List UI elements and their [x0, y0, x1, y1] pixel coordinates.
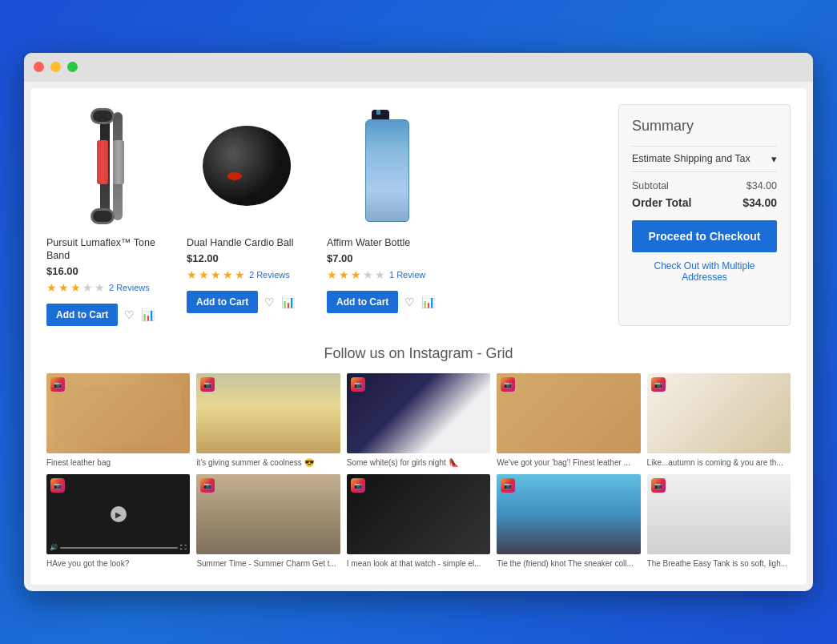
product-name-1: Pursuit Lumaflex™ Tone Band	[46, 236, 171, 263]
product-price-3: $7.00	[327, 252, 451, 264]
add-to-cart-btn-2[interactable]: Add to Cart	[187, 291, 258, 313]
product-image-1	[46, 104, 167, 228]
instagram-icon-10: 📷	[651, 478, 666, 493]
compare-icon-3[interactable]: 📊	[421, 296, 435, 308]
product-price-2: $12.00	[187, 252, 311, 264]
instagram-icon-1: 📷	[50, 377, 65, 392]
list-item[interactable]: 📷 Some white(s) for girls night 👠	[347, 373, 490, 468]
star-2: ★	[58, 281, 69, 294]
subtotal-value: $34.00	[746, 180, 777, 191]
star-5: ★	[375, 268, 385, 281]
star-5: ★	[235, 268, 245, 281]
product-stars-3: ★ ★ ★ ★ ★ 1 Review	[327, 268, 451, 281]
reviews-link-1[interactable]: 2 Reviews	[109, 283, 150, 292]
instagram-title: Follow us on Instagram - Grid	[46, 345, 791, 362]
products-section: Pursuit Lumaflex™ Tone Band $16.00 ★ ★ ★…	[46, 104, 602, 327]
estimate-shipping-row[interactable]: Estimate Shipping and Tax ▾	[632, 146, 777, 172]
progress-bar	[60, 547, 178, 549]
list-item[interactable]: 📷 Finest leather bag	[46, 373, 190, 468]
close-button[interactable]	[34, 62, 44, 72]
list-item[interactable]: 📷 it's giving summer & coolness 😎	[196, 373, 340, 468]
instagram-icon-2: 📷	[200, 377, 215, 392]
main-area: Pursuit Lumaflex™ Tone Band $16.00 ★ ★ ★…	[46, 104, 791, 327]
wishlist-icon-2[interactable]: ♡	[264, 296, 275, 308]
titlebar	[24, 53, 813, 82]
list-item[interactable]: 📷 Like...autumn is coming & you are th..…	[647, 373, 791, 468]
instagram-icon-6: 📷	[50, 478, 65, 493]
fullscreen-icon: ⛶	[180, 544, 187, 551]
ig-caption-9: Tie the (friend) knot The sneaker coll..…	[497, 558, 640, 569]
star-4: ★	[82, 281, 93, 294]
product-price-1: $16.00	[46, 265, 171, 277]
star-3: ★	[211, 268, 221, 281]
ig-image-10: 📷	[647, 474, 791, 554]
list-item[interactable]: 📷 We've got your 'bag'! Finest leather .…	[497, 373, 640, 468]
ig-caption-8: I mean look at that watch - simple el...	[347, 558, 490, 569]
ig-caption-6: HAve you got the look?	[46, 558, 190, 569]
instagram-icon-4: 📷	[501, 377, 515, 392]
wishlist-icon-1[interactable]: ♡	[124, 308, 135, 321]
list-item[interactable]: 📷 Tie the (friend) knot The sneaker coll…	[497, 474, 640, 569]
ig-image-3: 📷	[347, 373, 490, 453]
video-play-icon: ▶	[111, 506, 127, 522]
list-item[interactable]: 📷 ▶ 🔊 ⛶ HAve you got the look?	[46, 474, 190, 569]
ig-caption-10: The Breathe Easy Tank is so soft, ligh..…	[647, 558, 791, 569]
total-label: Order Total	[632, 196, 691, 209]
instagram-grid: 📷 Finest leather bag 📷 it's giving summe…	[46, 373, 791, 569]
estimate-chevron-icon: ▾	[771, 153, 777, 165]
multi-checkout-link[interactable]: Check Out with Multiple Addresses	[632, 260, 777, 283]
star-5: ★	[95, 281, 105, 294]
product-card-2: Dual Handle Cardio Ball $12.00 ★ ★ ★ ★ ★…	[187, 104, 311, 327]
star-1: ★	[327, 268, 337, 281]
ig-image-4: 📷	[497, 373, 640, 453]
ig-image-2: 📷	[196, 373, 340, 453]
summary-panel: Summary Estimate Shipping and Tax ▾ Subt…	[618, 104, 791, 327]
add-to-cart-btn-3[interactable]: Add to Cart	[327, 291, 398, 313]
product-card-1: Pursuit Lumaflex™ Tone Band $16.00 ★ ★ ★…	[46, 104, 171, 327]
product-card-3: Affirm Water Bottle $7.00 ★ ★ ★ ★ ★ 1 Re…	[327, 104, 451, 327]
product-actions-2: Add to Cart ♡ 📊	[187, 291, 311, 313]
total-value: $34.00	[742, 196, 777, 209]
instagram-section: Follow us on Instagram - Grid 📷 Finest l…	[46, 345, 791, 569]
page-content: Pursuit Lumaflex™ Tone Band $16.00 ★ ★ ★…	[30, 88, 807, 586]
instagram-icon-3: 📷	[351, 377, 365, 392]
list-item[interactable]: 📷 The Breathe Easy Tank is so soft, ligh…	[647, 474, 791, 569]
ig-caption-5: Like...autumn is coming & you are th...	[647, 457, 791, 468]
compare-icon-1[interactable]: 📊	[141, 308, 155, 321]
ig-caption-4: We've got your 'bag'! Finest leather ...	[497, 457, 640, 468]
product-actions-3: Add to Cart ♡ 📊	[327, 291, 451, 313]
wishlist-icon-3[interactable]: ♡	[404, 296, 415, 308]
product-stars-2: ★ ★ ★ ★ ★ 2 Reviews	[187, 268, 311, 281]
instagram-icon-8: 📷	[351, 478, 365, 493]
product-name-2: Dual Handle Cardio Ball	[187, 236, 311, 249]
subtotal-row: Subtotal $34.00	[632, 180, 777, 191]
product-stars-1: ★ ★ ★ ★ ★ 2 Reviews	[46, 281, 171, 294]
star-2: ★	[339, 268, 349, 281]
list-item[interactable]: 📷 I mean look at that watch - simple el.…	[347, 474, 490, 569]
star-4: ★	[363, 268, 373, 281]
product-image-2	[187, 104, 307, 228]
product-name-3: Affirm Water Bottle	[327, 236, 451, 249]
reviews-link-2[interactable]: 2 Reviews	[249, 270, 290, 280]
summary-title: Summary	[632, 118, 777, 135]
list-item[interactable]: 📷 Summer Time - Summer Charm Get t...	[196, 474, 340, 569]
compare-icon-2[interactable]: 📊	[281, 296, 295, 308]
instagram-icon-5: 📷	[651, 377, 666, 392]
minimize-button[interactable]	[50, 62, 61, 72]
star-1: ★	[46, 281, 57, 294]
star-3: ★	[70, 281, 81, 294]
instagram-icon-9: 📷	[501, 478, 515, 493]
reviews-link-3[interactable]: 1 Review	[389, 270, 425, 280]
instagram-icon-7: 📷	[200, 478, 215, 493]
maximize-button[interactable]	[67, 62, 78, 72]
checkout-button[interactable]: Proceed to Checkout	[632, 220, 777, 252]
add-to-cart-btn-1[interactable]: Add to Cart	[46, 304, 118, 326]
star-1: ★	[187, 268, 197, 281]
ig-image-6: 📷 ▶ 🔊 ⛶	[46, 474, 190, 554]
browser-window: Pursuit Lumaflex™ Tone Band $16.00 ★ ★ ★…	[24, 53, 813, 592]
total-row: Order Total $34.00	[632, 196, 777, 209]
product-actions-1: Add to Cart ♡ 📊	[46, 304, 171, 326]
star-2: ★	[199, 268, 209, 281]
ig-image-5: 📷	[647, 373, 791, 453]
ig-caption-1: Finest leather bag	[46, 457, 190, 468]
